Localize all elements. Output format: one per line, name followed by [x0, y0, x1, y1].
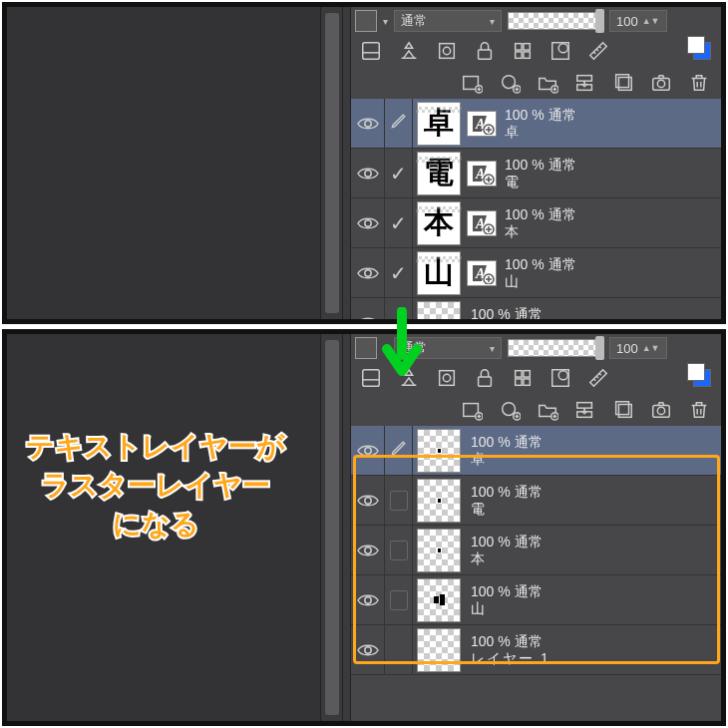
clip-mask-icon[interactable] [359, 39, 383, 63]
layer-row[interactable]: ✓本A100 % 通常本 [351, 198, 721, 248]
layer-label[interactable]: 100 % 通常レイヤー 1 [467, 633, 721, 667]
layer-label[interactable]: 100 % 通常卓 [501, 107, 721, 141]
edit-indicator[interactable] [385, 426, 413, 475]
svg-point-43 [558, 371, 567, 380]
fg-bg-color-swatch[interactable] [691, 367, 713, 389]
new-raster-layer-icon[interactable] [460, 398, 484, 422]
layer-row[interactable]: 100 % 通常卓 [351, 426, 721, 476]
layer-label[interactable]: 100 % 通常レイヤー 1 [467, 306, 721, 319]
opacity-field[interactable]: 100 ▲▼ [609, 337, 667, 359]
layer-label[interactable]: 100 % 通常本 [501, 206, 721, 240]
lock-icon[interactable] [473, 39, 497, 63]
fg-bg-color-swatch[interactable] [691, 40, 713, 62]
edit-indicator[interactable] [385, 625, 413, 674]
layer-thumbnail[interactable] [417, 628, 463, 672]
transfer-down-icon[interactable] [573, 398, 597, 422]
layer-label[interactable]: 100 % 通常本 [467, 534, 721, 567]
mask-icon[interactable] [548, 39, 572, 63]
layer-thumbnail[interactable]: 卓 [417, 102, 463, 146]
layer-row[interactable]: 100 % 通常レイヤー 1 [351, 625, 721, 675]
layer-color-swatch[interactable] [355, 337, 377, 359]
layer-label[interactable]: 100 % 通常電 [467, 484, 721, 518]
layer-row[interactable]: 100 % 通常レイヤー 1 [351, 298, 721, 319]
clip-mask-icon[interactable] [359, 366, 383, 390]
layer-row[interactable]: ✓山A100 % 通常山 [351, 248, 721, 298]
before-panel: ▾ 通常 ▾ 100 ▲▼ [2, 2, 726, 324]
visibility-toggle[interactable] [351, 149, 385, 197]
layer-row[interactable]: 100 % 通常本 [351, 526, 721, 575]
pencil-icon [389, 111, 409, 136]
chevron-down-icon: ▾ [490, 343, 495, 354]
edit-indicator[interactable]: ✓ [385, 198, 413, 247]
visibility-toggle[interactable] [351, 625, 385, 674]
draft-layer-icon[interactable] [435, 39, 459, 63]
layer-thumbnail[interactable] [417, 578, 463, 622]
layer-label[interactable]: 100 % 通常山 [467, 583, 721, 617]
new-vector-layer-icon[interactable] [498, 398, 522, 422]
svg-rect-34 [363, 370, 380, 387]
visibility-toggle[interactable] [351, 198, 385, 247]
layer-row[interactable]: ✓電A100 % 通常電 [351, 149, 721, 198]
layer-color-swatch[interactable] [355, 10, 377, 32]
lock-transparent-icon[interactable] [511, 366, 535, 390]
edit-indicator[interactable] [385, 99, 413, 148]
blend-mode-select[interactable]: 通常 ▾ [394, 337, 502, 359]
canvas-area[interactable] [7, 334, 320, 721]
layer-thumbnail[interactable] [417, 429, 463, 473]
opacity-slider[interactable] [508, 339, 603, 357]
merge-down-icon[interactable] [611, 71, 635, 95]
reference-layer-icon[interactable] [397, 366, 421, 390]
mask-icon[interactable] [548, 366, 572, 390]
layer-row[interactable]: 100 % 通常山 [351, 575, 721, 625]
lock-icon[interactable] [473, 366, 497, 390]
layer-row[interactable]: 100 % 通常電 [351, 476, 721, 526]
visibility-toggle[interactable] [351, 99, 385, 148]
layer-thumbnail[interactable]: 電 [417, 152, 463, 195]
visibility-toggle[interactable] [351, 476, 385, 525]
trash-icon[interactable] [687, 398, 711, 422]
layer-thumbnail[interactable] [417, 301, 463, 320]
lock-transparent-icon[interactable] [511, 39, 535, 63]
layer-label[interactable]: 100 % 通常山 [501, 256, 721, 290]
visibility-toggle[interactable] [351, 526, 385, 574]
new-raster-layer-icon[interactable] [460, 71, 484, 95]
layer-label[interactable]: 100 % 通常電 [501, 157, 721, 190]
ruler-icon[interactable] [586, 39, 610, 63]
reference-layer-icon[interactable] [397, 39, 421, 63]
camera-icon[interactable] [649, 71, 673, 95]
edit-indicator[interactable] [385, 298, 413, 319]
opacity-field[interactable]: 100 ▲▼ [609, 10, 667, 32]
visibility-toggle[interactable] [351, 298, 385, 319]
visibility-toggle[interactable] [351, 248, 385, 297]
svg-rect-1 [440, 44, 455, 59]
blend-mode-select[interactable]: 通常 ▾ [394, 10, 502, 32]
visibility-toggle[interactable] [351, 575, 385, 624]
new-folder-icon[interactable] [536, 71, 559, 95]
vertical-scrollbar[interactable] [320, 334, 342, 721]
merge-down-icon[interactable] [611, 398, 635, 422]
ruler-icon[interactable] [586, 366, 610, 390]
edit-indicator[interactable] [385, 526, 413, 574]
new-vector-layer-icon[interactable] [498, 71, 522, 95]
edit-indicator[interactable]: ✓ [385, 248, 413, 297]
edit-indicator[interactable] [385, 476, 413, 525]
canvas-area[interactable] [7, 7, 320, 319]
trash-icon[interactable] [687, 71, 711, 95]
new-folder-icon[interactable] [536, 398, 559, 422]
eye-icon [357, 642, 379, 658]
vertical-scrollbar[interactable] [320, 7, 342, 319]
layer-thumbnail[interactable] [417, 529, 463, 572]
svg-point-27 [364, 219, 370, 225]
edit-indicator[interactable] [385, 575, 413, 624]
opacity-slider[interactable] [508, 12, 603, 30]
layer-label[interactable]: 100 % 通常卓 [467, 434, 721, 468]
layer-thumbnail[interactable]: 本 [417, 201, 463, 245]
camera-icon[interactable] [649, 398, 673, 422]
layer-row[interactable]: 卓A100 % 通常卓 [351, 99, 721, 149]
edit-indicator[interactable]: ✓ [385, 149, 413, 197]
layer-thumbnail[interactable]: 山 [417, 251, 463, 295]
draft-layer-icon[interactable] [435, 366, 459, 390]
visibility-toggle[interactable] [351, 426, 385, 475]
transfer-down-icon[interactable] [573, 71, 597, 95]
layer-thumbnail[interactable] [417, 479, 463, 523]
